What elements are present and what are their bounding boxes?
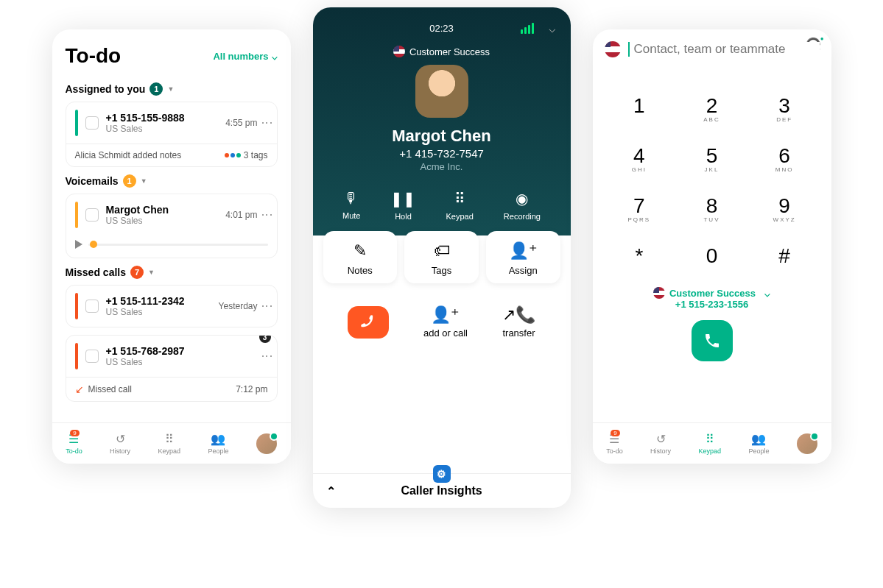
keypad-key-5[interactable]: 5JKL bbox=[675, 134, 748, 184]
call-screen: 02:23 ⌵ Customer Success Margot Chen +1 … bbox=[313, 7, 571, 508]
count-badge: 7 bbox=[130, 266, 144, 279]
section-voicemails[interactable]: Voicemails 1 ▼ bbox=[66, 174, 278, 188]
mute-button[interactable]: 🎙 Mute bbox=[342, 190, 360, 221]
keypad: 12ABC3DEF4GHI5JKL6MNO7PQRS8TUV9WXYZ*0# bbox=[593, 69, 831, 284]
progress-slider[interactable] bbox=[88, 244, 268, 246]
call-timer: 02:23 bbox=[429, 23, 454, 34]
checkbox[interactable] bbox=[85, 116, 99, 130]
history-icon: ↺ bbox=[116, 433, 125, 446]
keypad-key-7[interactable]: 7PQRS bbox=[603, 184, 676, 234]
add-call-button[interactable]: 👤⁺ add or call bbox=[423, 305, 468, 339]
hangup-button[interactable] bbox=[348, 306, 389, 339]
chevron-up-icon: ⌃ bbox=[326, 484, 336, 498]
transfer-button[interactable]: ↗📞 transfer bbox=[502, 305, 535, 339]
missed-card[interactable]: +1 515-111-2342 US Sales Yesterday ⋮ bbox=[66, 285, 278, 327]
caller-insights-toggle[interactable]: ⚙ ⌃ Caller Insights bbox=[313, 473, 571, 508]
tag-icon: 🏷 bbox=[434, 241, 450, 261]
missed-card[interactable]: 3 +1 515-768-2987 US Sales ⋮ ↙ Missed ca… bbox=[66, 335, 278, 402]
history-icon: ↺ bbox=[656, 433, 666, 446]
contact-company: Acme Inc. bbox=[328, 161, 556, 172]
chevron-down-icon[interactable]: ⌵ bbox=[549, 21, 556, 35]
insights-badge-icon: ⚙ bbox=[433, 465, 451, 483]
todo-screen: To-do All numbers ⌵ Assigned to you 1 ▼ … bbox=[52, 29, 291, 464]
keypad-key-9[interactable]: 9WXYZ bbox=[748, 184, 821, 234]
more-icon[interactable]: ⋮ bbox=[265, 300, 268, 312]
contact-avatar[interactable] bbox=[415, 65, 468, 118]
keypad-button[interactable]: ⠿ Keypad bbox=[446, 190, 474, 221]
accent-bar bbox=[75, 110, 78, 136]
search-input[interactable] bbox=[628, 42, 820, 57]
contact-phone: +1 415-732-7547 bbox=[328, 147, 556, 160]
page-title: To-do bbox=[66, 44, 122, 68]
voicemail-card[interactable]: Margot Chen US Sales 4:01 pm ⋮ bbox=[66, 194, 278, 258]
transfer-icon: ↗📞 bbox=[502, 305, 535, 325]
keypad-key-#[interactable]: # bbox=[748, 234, 821, 284]
keypad-key-1[interactable]: 1 bbox=[603, 84, 676, 134]
accent-bar bbox=[75, 202, 78, 228]
people-icon: 👥 bbox=[751, 433, 766, 446]
signal-icon bbox=[521, 23, 534, 34]
keypad-key-4[interactable]: 4GHI bbox=[603, 134, 676, 184]
from-number: +1 515-233-1556 bbox=[593, 299, 831, 310]
call-button[interactable] bbox=[692, 320, 733, 361]
play-icon[interactable] bbox=[75, 240, 82, 249]
more-icon[interactable]: ⋮ bbox=[265, 117, 268, 129]
recording-button[interactable]: ◉ Recording bbox=[504, 190, 541, 221]
tab-bar: 9 ☰ To-do ↺ History ⠿ Keypad 👥 People bbox=[593, 422, 831, 464]
keypad-key-2[interactable]: 2ABC bbox=[675, 84, 748, 134]
tab-todo[interactable]: 9 ☰ To-do bbox=[66, 433, 82, 455]
dialer-screen: 🎧 12ABC3DEF4GHI5JKL6MNO7PQRS8TUV9WXYZ*0#… bbox=[593, 29, 831, 464]
keypad-icon: ⠿ bbox=[454, 190, 465, 208]
tab-keypad[interactable]: ⠿ Keypad bbox=[158, 433, 180, 455]
todo-card[interactable]: +1 515-155-9888 US Sales 4:55 pm ⋮ Alici… bbox=[66, 102, 278, 167]
more-icon[interactable]: ⋮ bbox=[265, 209, 268, 221]
more-icon[interactable]: ⋮ bbox=[265, 350, 268, 362]
mic-icon: 🎙 bbox=[344, 190, 359, 207]
checkbox[interactable] bbox=[85, 350, 99, 363]
assign-icon: 👤⁺ bbox=[509, 241, 538, 261]
section-assigned[interactable]: Assigned to you 1 ▼ bbox=[66, 82, 278, 96]
chevron-down-icon: ⌵ bbox=[272, 51, 278, 62]
checkbox[interactable] bbox=[85, 208, 99, 222]
phone-down-icon bbox=[359, 313, 378, 332]
assign-card[interactable]: 👤⁺ Assign bbox=[486, 231, 560, 283]
pause-icon: ❚❚ bbox=[390, 190, 415, 208]
keypad-icon: ⠿ bbox=[165, 433, 174, 446]
profile-avatar[interactable] bbox=[797, 433, 817, 454]
checkbox[interactable] bbox=[85, 300, 99, 313]
count-badge: 1 bbox=[123, 174, 136, 188]
keypad-key-6[interactable]: 6MNO bbox=[748, 134, 821, 184]
keypad-key-8[interactable]: 8TUV bbox=[675, 184, 748, 234]
tab-history[interactable]: ↺ History bbox=[650, 433, 671, 455]
chevron-down-icon: ▼ bbox=[141, 177, 147, 185]
tab-people[interactable]: 👥 People bbox=[748, 433, 769, 455]
keypad-icon: ⠿ bbox=[706, 433, 714, 446]
tags-card[interactable]: 🏷 Tags bbox=[404, 231, 479, 283]
tab-todo[interactable]: 9 ☰ To-do bbox=[606, 433, 623, 455]
hold-button[interactable]: ❚❚ Hold bbox=[390, 190, 415, 221]
profile-avatar[interactable] bbox=[256, 433, 277, 454]
tab-people[interactable]: 👥 People bbox=[208, 433, 228, 455]
number-filter[interactable]: All numbers ⌵ bbox=[213, 51, 277, 62]
accent-bar bbox=[75, 293, 78, 319]
notes-card[interactable]: ✎ Notes bbox=[323, 231, 398, 283]
keypad-key-*[interactable]: * bbox=[603, 234, 676, 284]
phone-icon bbox=[703, 332, 721, 350]
from-number-selector[interactable]: Customer Success ⌵ bbox=[593, 287, 831, 299]
tags-indicator[interactable]: 3 tags bbox=[225, 150, 268, 160]
flag-us-icon bbox=[653, 287, 665, 299]
section-missed[interactable]: Missed calls 7 ▼ bbox=[66, 266, 278, 279]
add-person-icon: 👤⁺ bbox=[431, 305, 460, 325]
flag-us-icon bbox=[393, 46, 405, 57]
contact-name: Margot Chen bbox=[328, 127, 556, 146]
accent-bar bbox=[75, 343, 78, 369]
tab-keypad[interactable]: ⠿ Keypad bbox=[698, 433, 721, 455]
department-label: Customer Success bbox=[328, 46, 556, 57]
flag-us-icon[interactable] bbox=[605, 41, 621, 57]
tab-bar: 9 ☰ To-do ↺ History ⠿ Keypad 👥 People bbox=[52, 422, 291, 464]
keypad-key-0[interactable]: 0 bbox=[675, 234, 748, 284]
tab-history[interactable]: ↺ History bbox=[110, 433, 130, 455]
missed-arrow-icon: ↙ bbox=[75, 383, 84, 395]
keypad-key-3[interactable]: 3DEF bbox=[748, 84, 821, 134]
note-text: Alicia Schmidt added notes bbox=[75, 150, 182, 160]
